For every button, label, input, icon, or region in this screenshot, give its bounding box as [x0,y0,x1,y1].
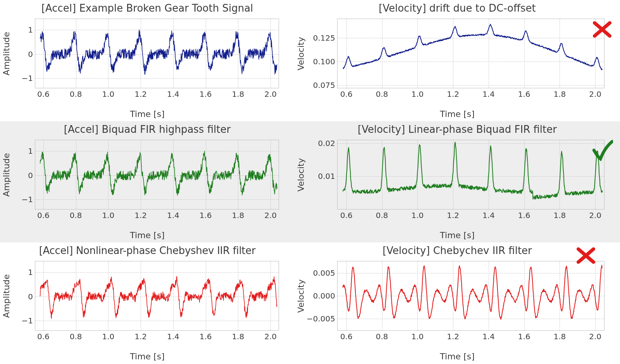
xtick-label: 1.0 [102,211,114,220]
cross-icon [575,245,597,266]
xtick-label: 0.8 [70,89,82,99]
xtick-label: 2.0 [264,332,277,341]
xtick-label: 1.4 [482,332,495,341]
xtick-label: 0.8 [376,89,388,99]
ytick-label: 0 [28,171,33,180]
ytick-label: −1 [22,316,33,325]
xtick-label: 2.0 [264,211,277,220]
xtick-label: 2.0 [589,89,601,99]
chart-title: [Accel] Example Broken Gear Tooth Signal [0,2,294,14]
axes: −0.0050.0000.0050.60.81.01.21.41.61.82.0 [337,261,604,331]
panel-accel-iir: [Accel] Nonlinear-phase Chebyshev IIR fi… [0,242,294,364]
ylabel: Velocity [296,19,305,88]
axes: 0.0750.1000.1250.60.81.01.21.41.61.82.0 [337,19,604,88]
ylabel: Amplitude [2,261,11,331]
ytick-label: −1 [22,195,33,204]
xtick-label: 2.0 [264,89,277,99]
panel-vel-iir: [Velocity] Chebychev IIR filter Velocity… [294,242,620,364]
chart-title: [Accel] Biquad FIR highpass filter [0,124,294,135]
xtick-label: 1.0 [102,332,114,341]
chart-title: [Velocity] Linear-phase Biquad FIR filte… [294,124,620,135]
xtick-label: 1.2 [134,89,147,99]
xtick-label: 1.0 [411,332,424,341]
xtick-label: 1.8 [232,89,244,99]
panel-vel-fir: [Velocity] Linear-phase Biquad FIR filte… [294,121,620,242]
xtick-label: 0.6 [340,89,353,99]
chart-title: [Accel] Nonlinear-phase Chebyshev IIR fi… [0,245,294,256]
xtick-label: 0.6 [37,332,50,341]
ytick-label: 0.075 [313,81,335,90]
xlabel: Time [s] [294,230,620,240]
panel-vel-drift: [Velocity] drift due to DC-offset Veloci… [294,0,620,121]
xtick-label: 1.8 [232,332,244,341]
xlabel: Time [s] [0,352,294,361]
ytick-label: 1 [28,268,33,277]
xtick-label: 1.0 [411,211,424,220]
ytick-label: 1 [28,146,33,156]
ylabel: Amplitude [2,140,11,209]
xtick-label: 0.6 [37,89,50,99]
xlabel: Time [s] [294,352,620,361]
xtick-label: 1.4 [167,332,179,341]
figure: [Accel] Example Broken Gear Tooth Signal… [0,0,620,364]
xtick-label: 1.6 [200,332,212,341]
ylabel: Velocity [296,261,305,331]
xtick-label: 1.6 [518,89,530,99]
ytick-label: −1 [22,74,33,83]
panel-accel-raw: [Accel] Example Broken Gear Tooth Signal… [0,0,294,121]
ylabel: Amplitude [2,19,11,88]
xtick-label: 1.2 [447,332,459,341]
xtick-label: 1.2 [447,211,459,220]
check-icon [591,140,613,161]
ytick-label: 0.02 [318,139,335,148]
axes: −1010.60.81.01.21.41.61.82.0 [35,261,279,331]
xtick-label: 2.0 [589,211,601,220]
xlabel: Time [s] [294,109,620,119]
xlabel: Time [s] [0,109,294,119]
trace-line [35,261,279,330]
row-0: [Accel] Example Broken Gear Tooth Signal… [0,0,620,121]
ytick-label: 0 [28,50,33,59]
xtick-label: 1.2 [447,89,459,99]
xtick-label: 1.4 [167,89,179,99]
ytick-label: 0.125 [313,33,335,43]
trace-line [338,19,604,88]
xtick-label: 0.6 [340,332,353,341]
xtick-label: 1.6 [518,332,530,341]
axes: −1010.60.81.01.21.41.61.82.0 [35,140,279,209]
ytick-label: 0 [28,292,33,301]
ytick-label: 1 [28,25,33,34]
xtick-label: 0.8 [376,332,388,341]
ylabel: Velocity [296,140,305,209]
xtick-label: 1.0 [102,89,114,99]
ytick-label: 0.01 [318,172,335,181]
ytick-label: 0.005 [313,268,335,278]
axes: 0.010.020.60.81.01.21.41.61.82.0 [337,140,604,209]
xtick-label: 1.4 [482,89,495,99]
xtick-label: 1.8 [553,211,566,220]
trace-line [35,140,279,209]
xtick-label: 0.6 [37,211,50,220]
xtick-label: 1.6 [518,211,530,220]
cross-icon [591,19,613,40]
xlabel: Time [s] [0,230,294,240]
xtick-label: 2.0 [589,332,601,341]
xtick-label: 0.6 [340,211,353,220]
ytick-label: −0.005 [307,314,335,323]
xtick-label: 1.8 [553,332,566,341]
row-2: [Accel] Nonlinear-phase Chebyshev IIR fi… [0,242,620,364]
xtick-label: 1.6 [200,89,212,99]
xtick-label: 1.2 [134,332,147,341]
axes: −1010.60.81.01.21.41.61.82.0 [35,19,279,88]
chart-title: [Velocity] drift due to DC-offset [294,2,620,14]
trace-line [338,261,604,330]
panel-accel-fir: [Accel] Biquad FIR highpass filter Ampli… [0,121,294,242]
xtick-label: 1.4 [482,211,495,220]
chart-title: [Velocity] Chebychev IIR filter [294,245,620,256]
xtick-label: 1.2 [134,211,147,220]
trace-line [338,140,604,209]
trace-line [35,19,279,88]
xtick-label: 1.4 [167,211,179,220]
xtick-label: 0.8 [70,211,82,220]
xtick-label: 1.8 [553,89,566,99]
